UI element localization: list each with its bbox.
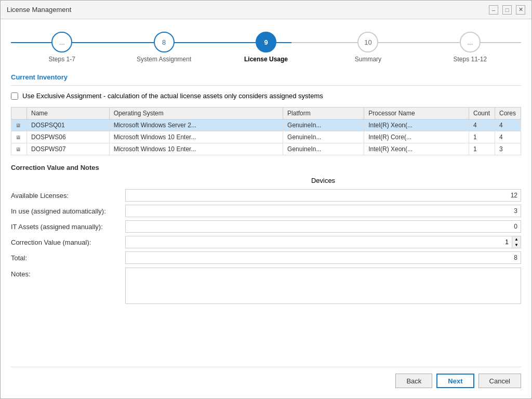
step-system-assignment: 8 System Assignment — [113, 32, 215, 63]
it-assets-field — [125, 219, 521, 234]
row-processor: Intel(R) Xeon(... — [364, 143, 469, 155]
exclusive-assignment-row: Use Exclusive Assignment - calculation o… — [11, 92, 521, 100]
row-cores: 4 — [495, 131, 521, 143]
total-input[interactable] — [125, 251, 521, 264]
in-use-label: In use (assigned automatically): — [11, 203, 125, 219]
computer-icon: 🖥 — [16, 123, 21, 128]
step-circle-2: 8 — [154, 32, 175, 52]
step-steps-11-12: ... Steps 11-12 — [419, 32, 521, 63]
back-button[interactable]: Back — [395, 374, 432, 388]
row-os: Microsoft Windows 10 Enter... — [109, 143, 283, 155]
step-license-usage: 9 License Usage — [215, 32, 317, 63]
devices-header: Devices — [125, 177, 521, 184]
correction-title: Correction Value and Notes — [11, 164, 521, 171]
col-name: Name — [27, 108, 110, 119]
row-os: Microsoft Windows 10 Enter... — [109, 131, 283, 143]
main-window: License Management – □ ✕ ... Steps 1-7 — [0, 0, 532, 399]
step-circle-1: ... — [51, 32, 72, 52]
correction-grid: Devices Available Licenses: In use (assi… — [11, 177, 521, 265]
row-count: 1 — [469, 143, 495, 155]
step-summary: 10 Summary — [317, 32, 419, 63]
step-circle-3: 9 — [256, 32, 276, 52]
stepper: ... Steps 1-7 8 System Assignment 9 Lice… — [11, 28, 521, 73]
total-field — [125, 250, 521, 265]
row-cores: 3 — [495, 143, 521, 155]
notes-row: Notes: — [11, 268, 521, 304]
col-platform: Platform — [283, 108, 364, 119]
step-label-5: Steps 11-12 — [453, 56, 487, 63]
it-assets-label: IT Assets (assigned manually): — [11, 219, 125, 234]
window-controls: – □ ✕ — [489, 5, 525, 15]
exclusive-assignment-checkbox[interactable] — [11, 92, 18, 100]
stepper-steps: ... Steps 1-7 8 System Assignment 9 Lice… — [11, 32, 521, 63]
total-label: Total: — [11, 250, 125, 265]
row-platform: GenuineIn... — [283, 143, 364, 155]
table-row[interactable]: 🖥 DOSPWS07 Microsoft Windows 10 Enter...… — [11, 143, 521, 155]
title-bar: License Management – □ ✕ — [1, 1, 531, 19]
notes-label: Notes: — [11, 268, 125, 304]
window-title: License Management — [7, 6, 71, 14]
table-row[interactable]: 🖥 DOSPSQ01 Microsoft Windows Server 2...… — [11, 119, 521, 131]
row-count: 1 — [469, 131, 495, 143]
row-processor: Intel(R) Xeon(... — [364, 119, 469, 131]
computer-icon: 🖥 — [16, 135, 21, 140]
step-label-1: Steps 1-7 — [49, 56, 75, 63]
col-icon — [11, 108, 27, 119]
row-icon-cell: 🖥 — [11, 119, 27, 131]
row-icon-cell: 🖥 — [11, 131, 27, 143]
correction-value-field: ▲ ▼ — [125, 234, 521, 250]
spinner-down-button[interactable]: ▼ — [512, 242, 521, 248]
row-name: DOSPWS07 — [27, 143, 110, 155]
in-use-field — [125, 203, 521, 219]
notes-textarea[interactable] — [125, 268, 521, 304]
row-cores: 4 — [495, 119, 521, 131]
available-licenses-label: Available Licenses: — [11, 188, 125, 203]
step-steps-1-7: ... Steps 1-7 — [11, 32, 113, 63]
col-processor: Processor Name — [364, 108, 469, 119]
step-circle-5: ... — [460, 32, 481, 52]
row-os: Microsoft Windows Server 2... — [109, 119, 283, 131]
row-platform: GenuineIn... — [283, 119, 364, 131]
correction-value-label: Correction Value (manual): — [11, 234, 125, 250]
devices-header-spacer — [11, 177, 125, 188]
col-count: Count — [469, 108, 495, 119]
row-name: DOSPWS06 — [27, 131, 110, 143]
table-row[interactable]: 🖥 DOSPWS06 Microsoft Windows 10 Enter...… — [11, 131, 521, 143]
row-processor: Intel(R) Core(... — [364, 131, 469, 143]
row-count: 4 — [469, 119, 495, 131]
row-name: DOSPSQ01 — [27, 119, 110, 131]
exclusive-assignment-label: Use Exclusive Assignment - calculation o… — [22, 92, 323, 100]
correction-value-input[interactable] — [125, 236, 512, 248]
available-licenses-input[interactable] — [125, 189, 521, 202]
footer: Back Next Cancel — [11, 367, 521, 390]
row-platform: GenuineIn... — [283, 131, 364, 143]
it-assets-input[interactable] — [125, 220, 521, 233]
cancel-button[interactable]: Cancel — [478, 374, 521, 388]
step-label-4: Summary — [355, 56, 381, 63]
spinner-buttons: ▲ ▼ — [512, 236, 521, 248]
step-label-3: License Usage — [244, 56, 288, 63]
divider-1 — [11, 85, 521, 86]
spinner-up-button[interactable]: ▲ — [512, 236, 521, 242]
col-cores: Cores — [495, 108, 521, 119]
in-use-input[interactable] — [125, 205, 521, 217]
computer-icon: 🖥 — [16, 147, 21, 152]
col-os: Operating System — [109, 108, 283, 119]
next-button[interactable]: Next — [436, 374, 474, 388]
current-inventory-title: Current Inventory — [11, 73, 521, 81]
step-label-2: System Assignment — [137, 56, 191, 63]
minimize-button[interactable]: – — [489, 5, 498, 15]
inventory-table: Name Operating System Platform Processor… — [11, 107, 521, 155]
close-button[interactable]: ✕ — [516, 5, 525, 15]
step-circle-4: 10 — [357, 32, 378, 52]
correction-value-spinner: ▲ ▼ — [125, 236, 521, 248]
available-licenses-field — [125, 188, 521, 203]
content-area: ... Steps 1-7 8 System Assignment 9 Lice… — [1, 19, 531, 398]
table-header-row: Name Operating System Platform Processor… — [11, 108, 521, 119]
row-icon-cell: 🖥 — [11, 143, 27, 155]
maximize-button[interactable]: □ — [502, 5, 512, 15]
correction-section: Correction Value and Notes Devices Avail… — [11, 164, 521, 363]
